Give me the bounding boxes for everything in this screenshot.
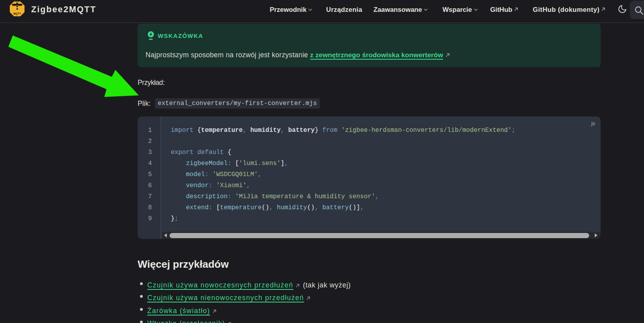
svg-text:MQTT: MQTT bbox=[13, 12, 21, 15]
